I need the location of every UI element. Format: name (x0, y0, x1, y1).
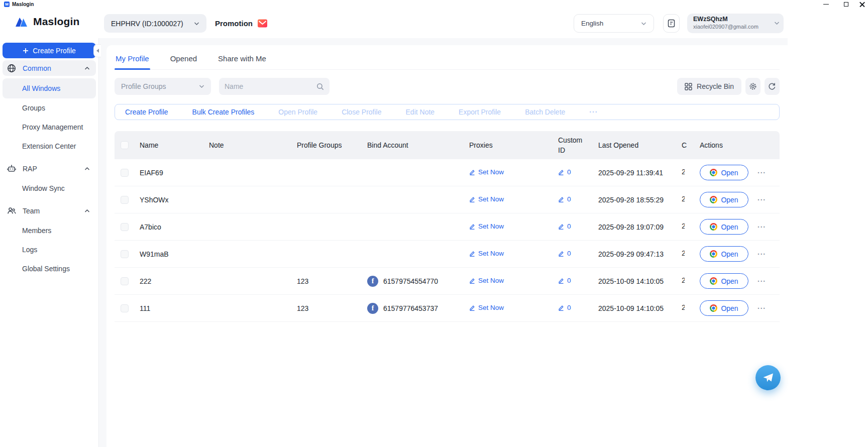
sidebar-item-members[interactable]: Members (3, 221, 96, 240)
col-proxies: Proxies (453, 141, 545, 149)
sidebar-item-window-sync[interactable]: Window Sync (3, 179, 96, 198)
toolbar-edit-note[interactable]: Edit Note (406, 108, 435, 116)
gear-icon (749, 82, 757, 90)
set-proxy-link[interactable]: Set Now (469, 304, 504, 311)
pencil-icon (558, 277, 564, 284)
tab-my-profile[interactable]: My Profile (115, 52, 150, 69)
custom-id-link[interactable]: 0 (558, 303, 571, 313)
custom-id-link[interactable]: 0 (558, 167, 571, 177)
account-email: xiaofei020907@gmail.com (693, 24, 773, 31)
profile-groups-select[interactable]: Profile Groups (115, 78, 211, 95)
sidebar-item-all-windows[interactable]: All Windows (3, 78, 96, 98)
col-note: Note (204, 141, 292, 149)
row-checkbox[interactable] (121, 169, 129, 177)
chevron-up-icon (84, 209, 90, 213)
settings-button[interactable] (745, 78, 761, 95)
row-more-button[interactable]: ··· (757, 223, 766, 231)
sidebar-section-common[interactable]: Common (3, 60, 96, 76)
row-checkbox[interactable] (121, 250, 129, 258)
set-proxy-link[interactable]: Set Now (469, 222, 504, 230)
minimize-button[interactable] (816, 0, 836, 8)
sidebar-section-rap[interactable]: RAP (3, 161, 96, 176)
promotion-link[interactable]: Promotion (215, 18, 268, 29)
sidebar-item-extension-center[interactable]: Extension Center (3, 137, 96, 156)
set-proxy-link[interactable]: Set Now (469, 250, 504, 257)
name-search-input[interactable] (225, 82, 316, 90)
table-row: EIAF69 Set Now 0 2025-09-29 11:39:41 2 O… (115, 159, 780, 186)
open-profile-button[interactable]: Open (700, 300, 748, 316)
toolbar-open-profile[interactable]: Open Profile (278, 108, 317, 116)
section-label: Team (23, 207, 84, 215)
select-all-checkbox[interactable] (121, 141, 129, 149)
refresh-button[interactable] (765, 78, 780, 95)
open-profile-button[interactable]: Open (700, 219, 748, 235)
toolbar-close-profile[interactable]: Close Profile (342, 108, 381, 116)
pencil-icon (469, 196, 475, 202)
row-more-button[interactable]: ··· (757, 304, 766, 312)
tab-opened[interactable]: Opened (169, 52, 198, 69)
pencil-icon (469, 223, 475, 230)
tab-share-with-me[interactable]: Share with Me (217, 52, 267, 69)
profile-group: 123 (292, 277, 362, 285)
row-more-button[interactable]: ··· (757, 169, 766, 177)
maximize-button[interactable] (836, 0, 856, 8)
sidebar-collapse-button[interactable] (93, 44, 101, 57)
account-menu[interactable]: EWzSQhzM xiaofei020907@gmail.com (687, 14, 784, 33)
notes-button[interactable] (663, 14, 680, 33)
row-more-button[interactable]: ··· (757, 250, 766, 258)
toolbar-create-profile[interactable]: Create Profile (125, 108, 168, 116)
maximize-icon (844, 2, 848, 7)
bind-account: f 61579754554770 (362, 276, 453, 287)
toolbar-export-profile[interactable]: Export Profile (459, 108, 501, 116)
custom-id-link[interactable]: 0 (558, 221, 571, 232)
open-profile-button[interactable]: Open (700, 246, 748, 262)
sidebar-item-proxy-management[interactable]: Proxy Management (3, 118, 96, 137)
toolbar-bulk-create-profiles[interactable]: Bulk Create Profiles (192, 108, 255, 116)
sidebar-item-groups[interactable]: Groups (3, 98, 96, 118)
set-proxy-link[interactable]: Set Now (469, 195, 504, 203)
row-more-button[interactable]: ··· (757, 277, 766, 285)
bind-account: f 61579776453737 (362, 303, 453, 314)
open-profile-button[interactable]: Open (700, 273, 748, 289)
close-button[interactable] (856, 0, 868, 8)
workspace-selector[interactable]: EHPHRV (ID:1000027) (104, 14, 206, 33)
custom-id-link[interactable]: 0 (558, 194, 571, 204)
profile-name: EIAF69 (135, 169, 204, 177)
col-profile-groups: Profile Groups (292, 141, 362, 149)
profile-name: W91maB (135, 250, 204, 258)
section-label: Common (23, 64, 84, 72)
custom-id-link[interactable]: 0 (558, 249, 571, 259)
row-checkbox[interactable] (121, 223, 129, 231)
row-checkbox[interactable] (121, 196, 129, 204)
row-checkbox[interactable] (121, 277, 129, 285)
chrome-icon (710, 223, 717, 231)
pencil-icon (469, 250, 475, 257)
telegram-support-button[interactable] (755, 365, 781, 390)
window-title: Maslogin (12, 2, 34, 7)
search-icon[interactable] (316, 83, 324, 90)
language-selector[interactable]: English (574, 14, 654, 33)
recycle-bin-button[interactable]: Recycle Bin (677, 78, 741, 95)
row-more-button[interactable]: ··· (757, 196, 766, 204)
chevron-up-icon (84, 167, 90, 171)
toolbar-more-button[interactable]: ··· (589, 108, 598, 116)
created-time-clipped: 2 (682, 195, 685, 203)
row-checkbox[interactable] (121, 304, 129, 312)
open-profile-button[interactable]: Open (700, 192, 748, 207)
promotion-label: Promotion (215, 19, 253, 28)
create-profile-button[interactable]: Create Profile (3, 43, 96, 58)
toolbar-batch-delete[interactable]: Batch Delete (525, 108, 565, 116)
col-bind-account: Bind Account (362, 141, 453, 149)
set-proxy-link[interactable]: Set Now (469, 277, 504, 284)
set-proxy-link[interactable]: Set Now (469, 168, 504, 176)
sidebar-item-global-settings[interactable]: Global Settings (3, 259, 96, 278)
chevron-down-icon (199, 84, 204, 88)
chrome-icon (710, 250, 717, 258)
open-profile-button[interactable]: Open (700, 165, 748, 180)
custom-id-link[interactable]: 0 (558, 276, 571, 286)
sidebar-section-team[interactable]: Team (3, 203, 96, 218)
created-time-clipped: 2 (682, 249, 685, 257)
sidebar-item-logs[interactable]: Logs (3, 240, 96, 259)
collapse-arrow-icon (96, 49, 99, 53)
desktop-background (788, 0, 868, 447)
